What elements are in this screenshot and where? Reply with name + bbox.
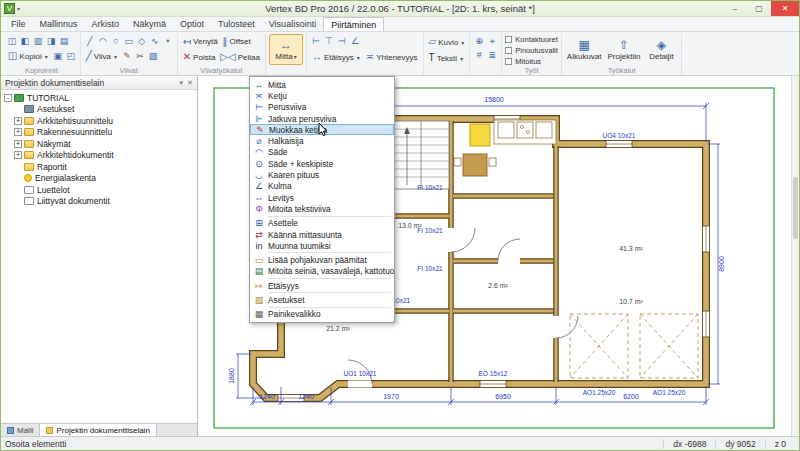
menu-piirtäminen[interactable]: Piirtäminen — [323, 17, 384, 31]
viiva-button[interactable]: ╱ Viiva ▾ — [84, 49, 119, 64]
ribbon-checkbox-kontaktuuret[interactable]: Kontaktuuret — [505, 34, 558, 44]
tab-projektin-dokumenttiselain[interactable]: Projektin dokumenttiselain — [40, 424, 156, 436]
copy-mirror-icon[interactable]: ▤ — [58, 35, 70, 47]
dropdown-item-kaaren-pituus[interactable]: ◡Kaaren pituus — [250, 169, 394, 180]
menu-arkisto[interactable]: Arkisto — [85, 17, 127, 31]
peilaa-button[interactable]: ▷◁ Peilaa — [218, 50, 262, 65]
panel-close-icon[interactable]: ✕ — [187, 79, 193, 87]
tree-item-arkkitehtidokumentit[interactable]: +Arkkitehtidokumentit — [1, 150, 197, 162]
alkukuvat-button[interactable]: ▦ Alkukuvat — [565, 34, 604, 65]
copy-rotate-icon[interactable]: ◨ — [45, 35, 57, 47]
expand-icon[interactable]: + — [14, 140, 22, 148]
yhtenevyys-button[interactable]: ≍ Yhtenevyys — [364, 50, 420, 65]
minimize-button[interactable]: – — [723, 1, 747, 16]
dim-vertical-icon[interactable]: ⊤ — [323, 35, 335, 47]
menu-file[interactable]: File — [4, 17, 33, 31]
dropdown-item-levitys[interactable]: ⇔Levitys — [250, 192, 394, 203]
copy-offset-icon[interactable]: ◧ — [19, 35, 31, 47]
tree-item-näkymät[interactable]: +Näkymät — [1, 138, 197, 150]
expand-icon[interactable]: + — [14, 128, 22, 136]
spline-icon[interactable]: ∿ — [149, 35, 161, 47]
tree-item-label: Luettelot — [37, 185, 70, 195]
tree-item-tutorial[interactable]: -TUTORIAL — [1, 92, 197, 104]
dropdown-item-muunna-tuumiksi[interactable]: inMuunna tuumiksi — [250, 240, 394, 251]
dropdown-item-perusviiva[interactable]: ⊢Perusviiva — [250, 102, 394, 113]
dropdown-item-mitoita-tekstiviiva[interactable]: ΦMitoita tekstiviiva — [250, 203, 394, 214]
arc-icon[interactable]: ◠ — [97, 35, 109, 47]
copy-array-icon[interactable]: ▥ — [32, 35, 44, 47]
doc-icon — [24, 197, 34, 205]
tab-malli[interactable]: Malli — [1, 424, 40, 436]
freehand-icon[interactable]: ✎ — [121, 50, 133, 62]
tree-item-asetukset[interactable]: Asetukset — [1, 104, 197, 116]
line-icon[interactable]: ╱ — [84, 35, 96, 47]
venyta-button[interactable]: ↤ Venytä — [181, 34, 220, 49]
rect-icon[interactable]: ▭ — [123, 35, 135, 47]
dropdown-item-etäisyys[interactable]: ↦Etäisyys — [250, 280, 394, 291]
close-button[interactable]: ✕ — [771, 1, 799, 16]
node-icon[interactable]: ⊕ — [473, 35, 485, 47]
tree-item-luettelot[interactable]: Luettelot — [1, 184, 197, 196]
offset-button[interactable]: ∥ Offset — [221, 34, 253, 49]
etaisyys-button[interactable]: ↔ Etäisyys ▾ — [310, 50, 362, 65]
expand-icon[interactable]: + — [14, 151, 22, 159]
detaljit-button[interactable]: ◈ Detaljit — [644, 34, 678, 65]
dropdown-item-säde-keskipiste[interactable]: ⊙Säde + keskipiste — [250, 158, 394, 169]
clone-icon[interactable]: ◰ — [65, 50, 77, 62]
menu-optiot[interactable]: Optiot — [173, 17, 211, 31]
menu-tulosteet[interactable]: Tulosteet — [211, 17, 262, 31]
tree-item-raportit[interactable]: Raportit — [1, 161, 197, 173]
settings-icon — [24, 105, 34, 113]
menu-separator — [268, 278, 391, 279]
dropdown-item-mitoita-seiniä-vasavälejä-kattotuolivälejä[interactable]: ▤Mitoita seiniä, vasavälejä, kattotuoliv… — [250, 266, 394, 277]
ribbon-checkbox-mitoitus[interactable]: Mitoitus — [505, 56, 558, 66]
dropdown-item-ketju[interactable]: ≍Ketju — [250, 90, 394, 101]
copy-icon[interactable]: ◫ — [6, 35, 18, 47]
ribbon-checkbox-pinoutusvalit[interactable]: Pinoutusvalit — [505, 45, 558, 55]
hatch-icon[interactable]: ▨ — [147, 50, 159, 62]
app-menu-caret-icon[interactable]: ▾ — [17, 5, 20, 12]
mitta-button[interactable]: ↔ Mitta▾ — [269, 34, 303, 65]
dropdown-item-mitta[interactable]: ↔Mitta — [250, 79, 394, 90]
dropdown-item-säde[interactable]: ◠Säde — [250, 147, 394, 158]
dropdown-item-käännä-mittasuunta[interactable]: ⇄Käännä mittasuunta — [250, 229, 394, 240]
circle-icon[interactable]: ○ — [110, 35, 122, 47]
scrollbar-thumb[interactable] — [793, 177, 798, 239]
menu-näkymä[interactable]: Näkymä — [126, 17, 173, 31]
maximize-button[interactable]: ▢ — [747, 1, 771, 16]
dim-aligned-icon[interactable]: ⊣ — [336, 35, 348, 47]
dropdown-item-label: Asetukset — [268, 295, 304, 305]
dim-angle-icon[interactable]: ∠ — [349, 35, 361, 47]
menu-visualisointi[interactable]: Visualisointi — [262, 17, 323, 31]
tree-item-energialaskenta[interactable]: Energialaskenta — [1, 173, 197, 185]
layers-icon[interactable]: ≣ — [486, 49, 498, 61]
poista-button[interactable]: ✕ Poista — [181, 50, 218, 65]
tree-item-arkkitehtisuunnittelu[interactable]: +Arkkitehtisuunnittelu — [1, 115, 197, 127]
point-icon[interactable]: • — [162, 35, 174, 47]
kopioi-button[interactable]: ◫ Kopioi ▾ — [6, 49, 50, 64]
dim-horizontal-icon[interactable]: ⊢ — [310, 35, 322, 47]
dropdown-item-painikevalikko[interactable]: ▦Painikevalikko — [250, 309, 394, 320]
teksti-button[interactable]: T Teksti ▾ — [427, 51, 466, 66]
menu-mallinnus[interactable]: Mallinnus — [33, 17, 85, 31]
dropdown-item-lisää-pohjakuvan-päämitat[interactable]: ▭Lisää pohjakuvan päämitat — [250, 254, 394, 265]
app-logo-icon[interactable]: V — [4, 3, 15, 14]
tree-item-label: Rakennesuunnittelu — [37, 127, 112, 137]
kuvio-button[interactable]: ▱ Kuvio ▾ — [427, 35, 467, 50]
snap-icon[interactable]: ⌖ — [486, 35, 498, 47]
dropdown-item-kulma[interactable]: ∠Kulma — [250, 181, 394, 192]
dropdown-item-asettele[interactable]: ⊞Asettele — [250, 218, 394, 229]
tree-item-liittyvät-dokumentit[interactable]: Liittyvät dokumentit — [1, 196, 197, 208]
dim-bottom: 6200 — [623, 393, 639, 400]
vertical-scrollbar[interactable] — [791, 76, 799, 436]
projektiin-button[interactable]: ⇧ Projektiin — [606, 34, 643, 65]
paste-icon[interactable]: ▣ — [52, 50, 64, 62]
polygon-icon[interactable]: ◇ — [136, 35, 148, 47]
trim-icon[interactable]: ✂ — [134, 50, 146, 62]
expand-icon[interactable]: + — [14, 117, 22, 125]
tree-item-rakennesuunnittelu[interactable]: +Rakennesuunnittelu — [1, 127, 197, 139]
collapse-icon[interactable]: - — [4, 94, 12, 102]
grid-icon[interactable]: # — [473, 49, 485, 61]
panel-menu-icon[interactable]: ▾ — [180, 79, 184, 87]
dropdown-item-asetukset[interactable]: ▨Asetukset — [250, 294, 394, 305]
